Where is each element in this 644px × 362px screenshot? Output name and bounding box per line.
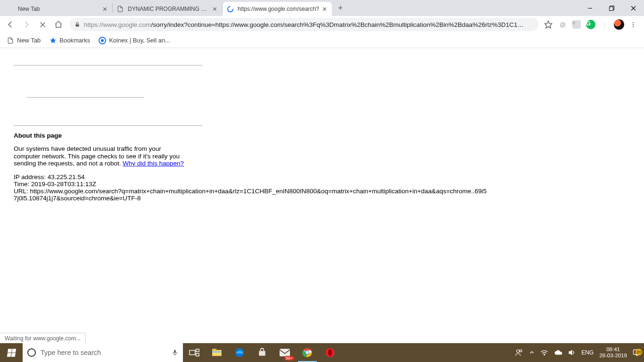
new-tab-button[interactable]: + bbox=[334, 1, 347, 15]
back-button[interactable] bbox=[3, 17, 18, 32]
url-value: https://www.google.com/search?q=matrix+c… bbox=[14, 188, 487, 202]
bookmark-bookmarks[interactable]: Bookmarks bbox=[49, 37, 90, 44]
ip-label: IP address: bbox=[14, 173, 48, 181]
url-path: /sorry/index?continue=https://www.google… bbox=[151, 21, 524, 28]
status-text: Waiting for www.google.com... bbox=[5, 335, 81, 342]
time-value: 2019-03-28T03:11:13Z bbox=[31, 181, 96, 188]
svg-rect-14 bbox=[174, 350, 176, 353]
close-icon[interactable]: ✕ bbox=[211, 5, 218, 13]
edge-icon[interactable] bbox=[228, 343, 251, 362]
home-button[interactable] bbox=[51, 17, 66, 32]
bookmark-new-tab[interactable]: New Tab bbox=[7, 37, 41, 44]
svg-marker-13 bbox=[50, 37, 56, 43]
volume-icon[interactable] bbox=[568, 349, 576, 356]
clock-date: 28-03-2019 bbox=[599, 353, 627, 359]
svg-point-11 bbox=[633, 24, 634, 25]
url-label: URL: bbox=[14, 188, 30, 195]
close-window-button[interactable] bbox=[622, 0, 644, 16]
bookmark-label: Koinex | Buy, Sell an... bbox=[109, 37, 170, 44]
extension-divider: │ bbox=[599, 18, 611, 31]
grammarly-icon[interactable]: G bbox=[585, 18, 597, 31]
bookmark-label: Bookmarks bbox=[59, 37, 90, 44]
tab-new-tab[interactable]: New Tab ✕ bbox=[3, 2, 112, 16]
svg-point-29 bbox=[328, 349, 332, 356]
koinex-icon bbox=[99, 37, 106, 44]
mic-icon[interactable] bbox=[172, 348, 178, 357]
clock-time: 08:41 bbox=[599, 346, 627, 353]
stop-button[interactable] bbox=[35, 17, 50, 32]
svg-point-32 bbox=[544, 354, 545, 355]
tray-expand-icon[interactable] bbox=[529, 350, 535, 355]
svg-point-12 bbox=[633, 26, 634, 27]
system-tray: ENG 08:41 28-03-2019 20 bbox=[512, 343, 644, 362]
lock-icon bbox=[74, 21, 80, 28]
task-view-button[interactable] bbox=[183, 343, 206, 362]
svg-rect-21 bbox=[212, 351, 222, 353]
close-icon[interactable]: ✕ bbox=[101, 5, 108, 13]
taskbar-clock[interactable]: 08:41 28-03-2019 bbox=[599, 346, 627, 358]
horizontal-rule bbox=[26, 97, 144, 98]
windows-logo-icon bbox=[7, 349, 16, 357]
file-explorer-icon[interactable] bbox=[206, 343, 228, 362]
windows-taskbar: Type here to search 99+ bbox=[0, 343, 644, 362]
svg-rect-16 bbox=[190, 350, 195, 354]
request-info-block: IP address: 43.225.21.54 Time: 2019-03-2… bbox=[14, 173, 490, 202]
toolbar-right-icons: ⊘ n G │ bbox=[542, 18, 641, 31]
tab-title: New Tab bbox=[18, 6, 101, 12]
about-heading: About this page bbox=[14, 132, 62, 139]
browser-toolbar: https://www.google.com/sorry/index?conti… bbox=[0, 16, 644, 33]
notification-badge: 20 bbox=[636, 349, 642, 355]
svg-rect-8 bbox=[76, 25, 79, 27]
loading-icon bbox=[226, 5, 234, 13]
svg-rect-3 bbox=[609, 7, 613, 10]
svg-rect-18 bbox=[196, 354, 199, 356]
action-center-icon[interactable]: 20 bbox=[633, 349, 641, 356]
window-controls bbox=[579, 0, 644, 16]
language-indicator[interactable]: ENG bbox=[581, 349, 594, 356]
cortana-icon bbox=[27, 348, 36, 357]
svg-rect-23 bbox=[280, 349, 290, 356]
url-host: https://www.google.com bbox=[84, 21, 151, 28]
bookmarks-bar: New Tab Bookmarks Koinex | Buy, Sell an.… bbox=[0, 33, 644, 48]
minimize-button[interactable] bbox=[579, 0, 601, 16]
horizontal-rule bbox=[14, 125, 202, 126]
why-link[interactable]: Why did this happen? bbox=[123, 160, 184, 167]
tab-title: https://www.google.com/search? bbox=[238, 6, 321, 12]
blank-tab-icon bbox=[7, 5, 14, 13]
wifi-icon[interactable] bbox=[540, 349, 548, 356]
forward-button[interactable] bbox=[19, 17, 34, 32]
tab-dynamic-programming[interactable]: DYNAMIC PROGRAMMING UNIT ✕ bbox=[113, 2, 222, 16]
bookmark-koinex[interactable]: Koinex | Buy, Sell an... bbox=[99, 37, 170, 44]
mail-icon[interactable]: 99+ bbox=[273, 343, 296, 362]
svg-point-30 bbox=[517, 350, 520, 353]
about-paragraph: Our systems have detected unusual traffi… bbox=[14, 145, 188, 167]
maximize-button[interactable] bbox=[601, 0, 622, 16]
horizontal-rule bbox=[14, 65, 202, 66]
chrome-menu-button[interactable] bbox=[627, 18, 639, 31]
start-button[interactable] bbox=[0, 343, 23, 362]
svg-point-10 bbox=[633, 22, 634, 23]
status-bar: Waiting for www.google.com... bbox=[0, 333, 86, 343]
browser-tabstrip: New Tab ✕ DYNAMIC PROGRAMMING UNIT ✕ htt… bbox=[0, 0, 644, 16]
profile-avatar[interactable] bbox=[613, 18, 625, 31]
adblock-icon[interactable]: ⊘ bbox=[556, 18, 569, 31]
ip-value: 43.225.21.54 bbox=[48, 173, 85, 181]
bookmark-star-icon[interactable] bbox=[542, 18, 554, 31]
svg-point-31 bbox=[520, 350, 522, 352]
people-icon[interactable] bbox=[515, 348, 523, 357]
tab-title: DYNAMIC PROGRAMMING UNIT bbox=[128, 6, 211, 12]
taskbar-search[interactable]: Type here to search bbox=[23, 343, 183, 362]
address-bar[interactable]: https://www.google.com/sorry/index?conti… bbox=[70, 18, 538, 31]
opera-icon[interactable] bbox=[319, 343, 341, 362]
taskbar-apps: 99+ bbox=[183, 343, 341, 362]
svg-marker-9 bbox=[545, 21, 552, 28]
extension-n-icon[interactable]: n bbox=[570, 18, 583, 31]
close-icon[interactable]: ✕ bbox=[321, 5, 328, 13]
chrome-icon[interactable] bbox=[296, 343, 319, 362]
store-icon[interactable] bbox=[251, 343, 273, 362]
tab-google-search[interactable]: https://www.google.com/search? ✕ bbox=[223, 2, 332, 16]
svg-rect-20 bbox=[212, 349, 216, 351]
onedrive-icon[interactable] bbox=[554, 350, 562, 355]
page-content: About this page Our systems have detecte… bbox=[0, 48, 644, 343]
svg-rect-17 bbox=[196, 349, 199, 352]
